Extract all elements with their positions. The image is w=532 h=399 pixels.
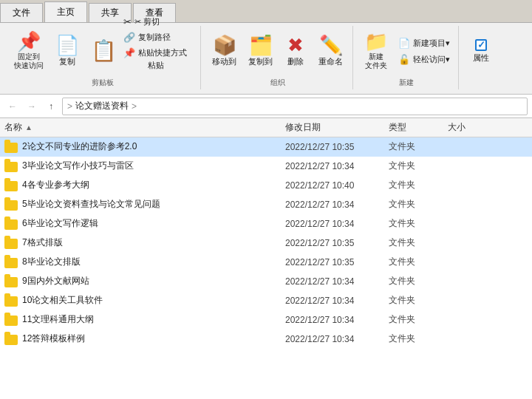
sort-arrow: ▲ bbox=[25, 123, 33, 132]
properties-label bbox=[480, 77, 482, 88]
pasteshortcut-icon: 📌 bbox=[123, 48, 135, 58]
newitem-icon: 📄 bbox=[398, 38, 410, 49]
file-type: 文件夹 bbox=[389, 179, 448, 191]
table-row[interactable]: 2论文不同专业的进阶参考2.0 2022/12/27 10:35 文件夹 bbox=[0, 137, 532, 157]
file-date: 2022/12/27 10:34 bbox=[285, 315, 389, 325]
file-name: 7格式排版 bbox=[22, 236, 285, 249]
path-segment: 论文赠送资料 bbox=[75, 100, 129, 112]
folder-icon-container bbox=[4, 256, 18, 269]
table-row[interactable]: 11文理科通用大纲 2022/12/27 10:34 文件夹 bbox=[0, 310, 532, 330]
forward-button[interactable]: → bbox=[24, 98, 40, 115]
rename-icon: ✏️ bbox=[319, 35, 343, 55]
table-row[interactable]: 12答辩模板样例 2022/12/27 10:34 文件夹 bbox=[0, 330, 532, 349]
folder-icon-container bbox=[4, 179, 18, 192]
folder-icon bbox=[4, 219, 18, 230]
tab-file[interactable]: 文件 bbox=[0, 3, 43, 22]
paste-sub-buttons: ✂ ✂ 剪切 🔗 复制路径 📌 粘贴快捷方式 bbox=[120, 14, 191, 60]
address-path[interactable]: > 论文赠送资料 > bbox=[62, 98, 528, 115]
file-type: 文件夹 bbox=[389, 294, 448, 307]
pin-icon: 📌 bbox=[17, 32, 41, 51]
table-row[interactable]: 3毕业论文写作小技巧与雷区 2022/12/27 10:34 文件夹 bbox=[0, 157, 532, 176]
pin-to-quickaccess-button[interactable]: 📌 固定到快速访问 bbox=[9, 27, 49, 75]
column-headers[interactable]: 名称 ▲ 修改日期 类型 大小 bbox=[0, 118, 532, 137]
delete-icon: ✖ bbox=[287, 35, 304, 55]
folder-icon-container bbox=[4, 313, 18, 327]
organize-buttons: 📦 移动到 🗂️ 复制到 ✖ 删除 ✏️ 重命名 bbox=[207, 27, 348, 75]
folder-icon-container bbox=[4, 332, 18, 346]
paste-icon: 📋 bbox=[91, 41, 117, 61]
moveto-button[interactable]: 📦 移动到 bbox=[207, 27, 242, 75]
folder-icon bbox=[4, 181, 18, 191]
easy-access-button[interactable]: 🔓 轻松访问▾ bbox=[395, 52, 454, 66]
file-date: 2022/12/27 10:35 bbox=[285, 238, 389, 248]
up-button[interactable]: ↑ bbox=[43, 98, 59, 115]
folder-icon bbox=[4, 277, 18, 287]
folder-icon-container bbox=[4, 217, 18, 231]
new-item-button[interactable]: 📄 新建项目▾ bbox=[395, 35, 454, 50]
title-tabs: 文件 主页 共享 查看 bbox=[0, 0, 532, 23]
ribbon-group-organize: 📦 移动到 🗂️ 复制到 ✖ 删除 ✏️ 重命名 组织 bbox=[202, 26, 353, 89]
paste-group: 📋 ✂ ✂ 剪切 🔗 复制路径 📌 bbox=[86, 27, 196, 75]
file-name: 5毕业论文资料查找与论文常见问题 bbox=[22, 198, 285, 211]
rename-button[interactable]: ✏️ 重命名 bbox=[313, 27, 348, 75]
file-type: 文件夹 bbox=[389, 256, 448, 268]
col-header-size[interactable]: 大小 bbox=[448, 121, 528, 134]
file-type: 文件夹 bbox=[389, 313, 448, 326]
cut-icon: ✂ bbox=[123, 17, 132, 27]
table-row[interactable]: 6毕业论文写作逻辑 2022/12/27 10:34 文件夹 bbox=[0, 214, 532, 233]
file-date: 2022/12/27 10:34 bbox=[285, 276, 389, 287]
ribbon-group-clipboard: 📌 固定到快速访问 📄 复制 📋 ✂ ✂ 剪切 bbox=[4, 26, 201, 89]
file-date: 2022/12/27 10:34 bbox=[285, 296, 389, 306]
organize-label: 组织 bbox=[270, 75, 285, 88]
folder-icon bbox=[4, 258, 18, 268]
copyto-button[interactable]: 🗂️ 复制到 bbox=[243, 27, 278, 75]
tab-home[interactable]: 主页 bbox=[44, 1, 87, 22]
clipboard-buttons: 📌 固定到快速访问 📄 复制 📋 ✂ ✂ 剪切 bbox=[9, 27, 196, 75]
folder-icon bbox=[4, 316, 18, 326]
table-row[interactable]: 10论文相关工具软件 2022/12/27 10:34 文件夹 bbox=[0, 291, 532, 310]
new-folder-button[interactable]: 📁 新建文件夹 bbox=[359, 27, 393, 75]
folder-icon-container bbox=[4, 160, 18, 173]
col-header-date[interactable]: 修改日期 bbox=[285, 121, 389, 134]
table-row[interactable]: 4各专业参考大纲 2022/12/27 10:40 文件夹 bbox=[0, 176, 532, 195]
paste-button[interactable]: 📋 ✂ ✂ 剪切 🔗 复制路径 📌 bbox=[86, 27, 196, 75]
folder-icon-container bbox=[4, 294, 18, 307]
checkmark-icon bbox=[475, 39, 487, 51]
folder-icon-container bbox=[4, 140, 18, 154]
back-button[interactable]: ← bbox=[4, 98, 21, 115]
col-header-name[interactable]: 名称 ▲ bbox=[4, 121, 285, 134]
file-date: 2022/12/27 10:34 bbox=[285, 334, 389, 344]
file-type: 文件夹 bbox=[389, 217, 448, 230]
folder-icon bbox=[4, 200, 18, 211]
paste-shortcut-button[interactable]: 📌 粘贴快捷方式 bbox=[120, 45, 191, 60]
delete-button[interactable]: ✖ 删除 bbox=[279, 27, 312, 75]
file-date: 2022/12/27 10:35 bbox=[285, 257, 389, 267]
file-name: 2论文不同专业的进阶参考2.0 bbox=[22, 140, 285, 153]
folder-icon bbox=[4, 162, 18, 172]
table-row[interactable]: 5毕业论文资料查找与论文常见问题 2022/12/27 10:34 文件夹 bbox=[0, 195, 532, 214]
table-row[interactable]: 9国内外文献网站 2022/12/27 10:34 文件夹 bbox=[0, 272, 532, 291]
file-name: 11文理科通用大纲 bbox=[22, 313, 285, 326]
col-header-type[interactable]: 类型 bbox=[389, 121, 448, 134]
clipboard-label: 剪贴板 bbox=[92, 75, 114, 88]
file-type: 文件夹 bbox=[389, 160, 448, 172]
file-name: 3毕业论文写作小技巧与雷区 bbox=[22, 160, 285, 172]
path-chevron2: > bbox=[132, 101, 137, 112]
cut-button[interactable]: ✂ ✂ 剪切 bbox=[120, 14, 191, 29]
copy-button[interactable]: 📄 复制 bbox=[50, 27, 84, 75]
table-row[interactable]: 8毕业论文排版 2022/12/27 10:35 文件夹 bbox=[0, 253, 532, 272]
file-type: 文件夹 bbox=[389, 198, 448, 211]
table-row[interactable]: 7格式排版 2022/12/27 10:35 文件夹 bbox=[0, 233, 532, 253]
copy-path-button[interactable]: 🔗 复制路径 bbox=[120, 30, 191, 44]
folder-icon-container bbox=[4, 198, 18, 211]
file-type: 文件夹 bbox=[389, 140, 448, 153]
file-list: 2论文不同专业的进阶参考2.0 2022/12/27 10:35 文件夹 3毕业… bbox=[0, 137, 532, 399]
file-name: 4各专业参考大纲 bbox=[22, 179, 285, 191]
ribbon-group-new: 📁 新建文件夹 📄 新建项目▾ 🔓 轻松访问▾ 新建 bbox=[355, 26, 459, 89]
newfolder-icon: 📁 bbox=[364, 32, 388, 51]
properties-button[interactable]: 属性 bbox=[465, 27, 497, 75]
file-name: 9国内外文献网站 bbox=[22, 275, 285, 287]
easyaccess-icon: 🔓 bbox=[398, 54, 410, 65]
file-name: 10论文相关工具软件 bbox=[22, 294, 285, 307]
file-name: 6毕业论文写作逻辑 bbox=[22, 217, 285, 230]
